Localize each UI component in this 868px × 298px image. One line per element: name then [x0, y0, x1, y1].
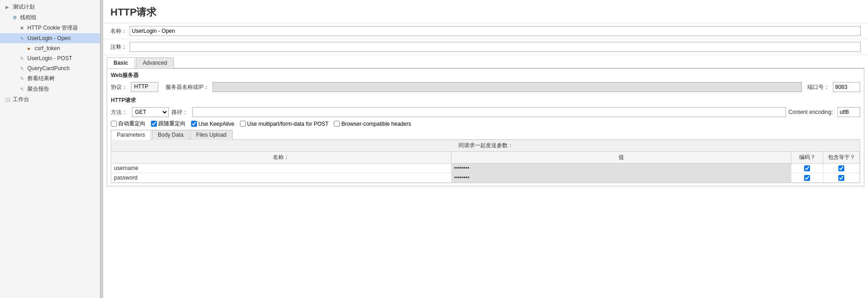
tab-advanced[interactable]: Advanced: [136, 57, 174, 68]
comment-label: 注释：: [110, 43, 127, 51]
sidebar-label-workspace: 工作台: [13, 96, 29, 103]
server-input[interactable]: [213, 82, 802, 92]
col-header-name: 名称：: [111, 152, 452, 163]
encoding-input[interactable]: [837, 107, 860, 117]
sidebar-label-test-plan: 测试计划: [13, 3, 35, 11]
params-table-area: 同请求一起发送参数： 名称： 值 编码？ 包含等于？ username•••••…: [111, 140, 860, 183]
sidebar-item-thread-group[interactable]: ⚙线程组: [0, 12, 100, 23]
method-select[interactable]: GETPOSTPUTDELETEHEADOPTIONSPATCHTRACE: [132, 107, 169, 117]
col-header-value: 值: [452, 152, 792, 163]
param-include-1[interactable]: [823, 173, 860, 182]
cb-keep-alive[interactable]: Use KeepAlive: [191, 121, 234, 127]
server-label: 服务器名称或IP：: [166, 83, 209, 91]
inner-tab-bar: Parameters Body Data Files Upload: [111, 129, 860, 140]
sidebar-icon-querycardpunch: ✎: [18, 65, 26, 72]
cb-multipart[interactable]: Use multipart/form-data for POST: [240, 121, 329, 127]
tab-basic[interactable]: Basic: [107, 57, 135, 68]
cb-follow-redirect[interactable]: 跟随重定向: [151, 120, 186, 128]
inner-tab-body-data[interactable]: Body Data: [152, 130, 189, 140]
cb-include-0[interactable]: [838, 165, 844, 171]
cb-label-follow-redirect: 跟随重定向: [158, 120, 186, 128]
sidebar-icon-result-tree: ✎: [18, 75, 26, 82]
cb-encode-0[interactable]: [804, 165, 810, 171]
cb-input-multipart[interactable]: [240, 121, 246, 127]
sidebar-item-csrf-token[interactable]: ►csrf_token: [0, 43, 100, 53]
sidebar-icon-userlogin-post: ✎: [18, 55, 26, 62]
http-request-title: HTTP请求: [111, 97, 860, 104]
sidebar-icon-csrf-token: ►: [26, 45, 33, 52]
sidebar: ▶测试计划⚙线程组✖HTTP Cookie 管理器✎UserLogin - Op…: [0, 0, 100, 298]
main-tab-bar: Basic Advanced: [107, 57, 864, 68]
sidebar-label-userlogin-open: UserLogin - Open: [27, 35, 71, 41]
table-row: password••••••••: [111, 173, 860, 183]
cb-input-keep-alive[interactable]: [191, 121, 197, 127]
cb-include-1[interactable]: [838, 175, 844, 181]
name-input[interactable]: [130, 26, 861, 36]
col-header-encode: 编码？: [791, 152, 823, 163]
sidebar-label-result-tree: 察看结果树: [27, 75, 55, 82]
protocol-label: 协议：: [111, 83, 127, 91]
cb-label-auto-redirect: 自动重定向: [118, 120, 146, 128]
sidebar-icon-test-plan: ▶: [4, 4, 11, 11]
sidebar-label-userlogin-post: UserLogin - POST: [27, 55, 72, 62]
cb-input-browser-headers[interactable]: [334, 121, 340, 127]
cb-encode-1[interactable]: [804, 175, 810, 181]
path-input[interactable]: [192, 107, 786, 117]
cb-label-browser-headers: Browser-compatible headers: [341, 121, 411, 127]
sidebar-icon-http-cookie: ✖: [18, 25, 26, 32]
sidebar-item-aggregate-report[interactable]: ✎聚合报告: [0, 84, 100, 94]
table-row: username••••••••: [111, 164, 860, 173]
cb-browser-headers[interactable]: Browser-compatible headers: [334, 121, 411, 127]
sidebar-label-aggregate-report: 聚合报告: [27, 85, 49, 93]
web-server-title: Web服务器: [111, 72, 860, 79]
sidebar-icon-userlogin-open: ✎: [18, 35, 26, 42]
sidebar-icon-aggregate-report: ✎: [18, 86, 26, 93]
sidebar-icon-thread-group: ⚙: [11, 14, 18, 21]
encoding-label: Content encoding:: [789, 109, 833, 115]
sidebar-item-http-cookie[interactable]: ✖HTTP Cookie 管理器: [0, 23, 100, 33]
method-label: 方法：: [111, 108, 127, 116]
param-encode-1[interactable]: [791, 173, 823, 182]
name-label: 名称：: [110, 27, 127, 35]
comment-row: 注释：: [103, 39, 868, 55]
protocol-value: HTTP: [131, 82, 158, 92]
sidebar-label-querycardpunch: QueryCardPunch: [27, 65, 70, 72]
params-cols-row: 名称： 值 编码？ 包含等于？: [111, 152, 860, 164]
basic-tab-content: Web服务器 协议： HTTP 服务器名称或IP： 端口号： HTTP请求 方法…: [107, 68, 864, 186]
sidebar-item-test-plan[interactable]: ▶测试计划: [0, 2, 100, 12]
param-value-1: ••••••••: [452, 173, 792, 182]
sidebar-item-userlogin-post[interactable]: ✎UserLogin - POST: [0, 53, 100, 63]
main-panel: HTTP请求 名称： 注释： Basic Advanced Web服务器 协议：…: [103, 0, 868, 298]
param-name-1: password: [111, 173, 452, 182]
col-header-include: 包含等于？: [823, 152, 860, 163]
sidebar-item-querycardpunch[interactable]: ✎QueryCardPunch: [0, 63, 100, 73]
sidebar-item-result-tree[interactable]: ✎察看结果树: [0, 73, 100, 84]
param-include-0[interactable]: [823, 164, 860, 173]
cb-input-follow-redirect[interactable]: [151, 121, 157, 127]
param-name-0: username: [111, 164, 452, 173]
checkboxes-row: 自动重定向跟随重定向Use KeepAliveUse multipart/for…: [111, 117, 860, 129]
cb-label-multipart: Use multipart/form-data for POST: [247, 121, 329, 127]
cb-label-keep-alive: Use KeepAlive: [198, 121, 234, 127]
web-server-row: 协议： HTTP 服务器名称或IP： 端口号：: [111, 82, 860, 92]
port-label: 端口号：: [807, 83, 829, 91]
page-title: HTTP请求: [103, 0, 868, 23]
cb-input-auto-redirect[interactable]: [111, 121, 117, 127]
comment-input[interactable]: [130, 42, 861, 52]
params-header: 同请求一起发送参数：: [111, 140, 860, 152]
param-value-0: ••••••••: [452, 164, 792, 173]
cb-auto-redirect[interactable]: 自动重定向: [111, 120, 146, 128]
param-encode-0[interactable]: [791, 164, 823, 173]
sidebar-label-http-cookie: HTTP Cookie 管理器: [27, 24, 78, 32]
tabs-wrapper: Basic Advanced Web服务器 协议： HTTP 服务器名称或IP：…: [103, 55, 868, 186]
sidebar-item-workspace[interactable]: ⬜工作台: [0, 94, 100, 105]
http-request-row: 方法： GETPOSTPUTDELETEHEADOPTIONSPATCHTRAC…: [111, 107, 860, 117]
port-input[interactable]: [833, 82, 860, 92]
sidebar-label-csrf-token: csrf_token: [35, 45, 60, 51]
path-label: 路径：: [172, 108, 188, 116]
inner-tab-parameters[interactable]: Parameters: [111, 130, 151, 140]
sidebar-icon-workspace: ⬜: [4, 96, 11, 103]
name-row: 名称：: [103, 23, 868, 39]
sidebar-item-userlogin-open[interactable]: ✎UserLogin - Open: [0, 33, 100, 43]
inner-tab-files-upload[interactable]: Files Upload: [190, 130, 233, 140]
